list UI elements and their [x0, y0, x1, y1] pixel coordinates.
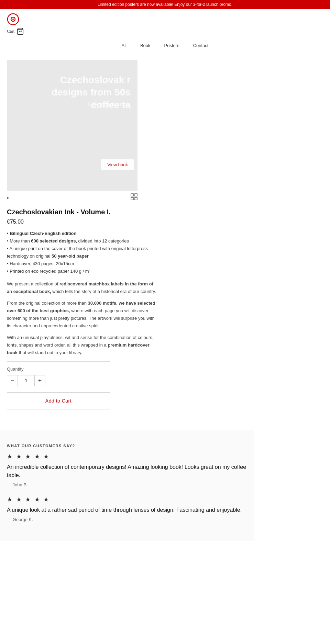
quantity-control: − + [7, 375, 158, 386]
add-to-cart-button[interactable]: Add to Cart [7, 392, 110, 409]
review-stars-2: ★ ★ ★ ★ ★ [7, 496, 248, 503]
view-book-button[interactable]: View book [101, 159, 134, 170]
reviews-section: What our customers say? ★ ★ ★ ★ ★ An inc… [0, 430, 254, 541]
header: Cart [0, 9, 330, 38]
nav-item-book[interactable]: Book [140, 43, 151, 48]
announcement-bar: Limited edition posters are now availabl… [0, 0, 330, 9]
feature-cover: • A unique print on the cover of the boo… [7, 245, 158, 260]
nav-item-all[interactable]: All [122, 43, 126, 48]
cart-icon [16, 27, 24, 35]
review-stars-1: ★ ★ ★ ★ ★ [7, 453, 248, 460]
nav-item-posters[interactable]: Posters [164, 43, 179, 48]
hero-section: Czechoslovak r designs from 50s coffee t… [0, 53, 165, 205]
product-section: Czechoslovakian Ink - Volume I. €75,00 •… [0, 205, 165, 416]
slider-prev-icon[interactable]: ▸ [7, 195, 9, 201]
product-title: Czechoslovakian Ink - Volume I. [7, 208, 158, 216]
nav-item-contact[interactable]: Contact [193, 43, 209, 48]
book-cover-subtitle: Collection of era the [84, 101, 134, 107]
review-text-2: A unique look at a rather sad period of … [7, 506, 248, 514]
svg-point-2 [12, 19, 14, 20]
nav: All Book Posters Contact [0, 38, 330, 53]
logo-area: Cart [7, 13, 24, 35]
cart-area[interactable]: Cart [7, 27, 24, 35]
reviews-heading: What our customers say? [7, 444, 248, 448]
review-author-1: — John B. [7, 482, 248, 487]
quantity-label: Quantity [7, 366, 158, 372]
product-features: • Bilingual Czech-English edition • More… [7, 230, 158, 275]
review-item-1: ★ ★ ★ ★ ★ An incredible collection of co… [7, 453, 248, 487]
product-price: €75,00 [7, 219, 158, 225]
slider-grid-icon[interactable] [131, 193, 138, 202]
announcement-text: Limited edition posters are now availabl… [98, 2, 232, 7]
section-divider [7, 361, 110, 362]
review-item-2: ★ ★ ★ ★ ★ A unique look at a rather sad … [7, 496, 248, 522]
logo-icon[interactable] [7, 13, 19, 25]
book-cover-title-line2: designs from 50s [52, 86, 131, 99]
slider-controls: ▸ [7, 191, 138, 205]
quantity-input[interactable] [18, 375, 34, 386]
quantity-increase-button[interactable]: + [34, 375, 45, 386]
book-cover-title-line1: Czechoslovak r [52, 74, 131, 86]
review-author-2: — George K. [7, 517, 248, 522]
product-description-1: We present a collection of rediscovered … [7, 280, 158, 357]
feature-paper: • Printed on eco recycled paper 140 g / … [7, 268, 158, 275]
svg-rect-5 [135, 194, 137, 196]
svg-rect-7 [135, 197, 137, 200]
book-cover: Czechoslovak r designs from 50s coffee t… [7, 60, 138, 191]
book-cover-title: Czechoslovak r designs from 50s coffee t… [48, 70, 134, 115]
svg-rect-6 [131, 197, 133, 200]
svg-rect-4 [131, 194, 133, 196]
feature-bilingual: • Bilingual Czech-English edition [7, 230, 158, 237]
quantity-decrease-button[interactable]: − [7, 375, 18, 386]
cart-label: Cart [7, 29, 14, 34]
feature-designs: • More than 600 selected designs, divide… [7, 237, 158, 245]
feature-hardcover: • Hardcover, 430 pages, 20x15cm [7, 260, 158, 268]
review-text-1: An incredible collection of contemporary… [7, 463, 248, 479]
